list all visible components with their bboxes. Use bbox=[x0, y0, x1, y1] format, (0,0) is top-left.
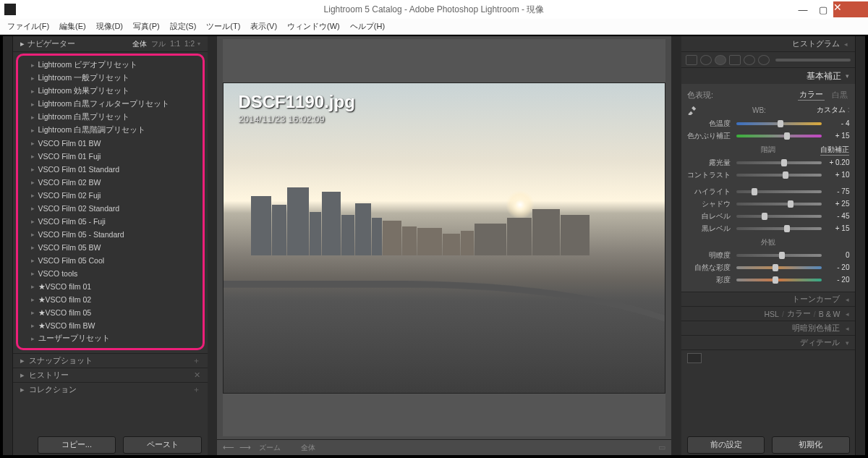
saturation-value[interactable]: - 20 bbox=[825, 276, 849, 284]
preset-item[interactable]: ▸VSCO Film 05 Cool bbox=[20, 254, 201, 267]
blacks-slider[interactable] bbox=[736, 227, 822, 230]
preset-item[interactable]: ▸Lightroom 一般プリセット bbox=[20, 72, 201, 85]
detail-panel[interactable]: ディテール▾ bbox=[681, 335, 856, 349]
shadows-value[interactable]: + 25 bbox=[825, 200, 849, 208]
preset-item[interactable]: ▸VSCO Film 02 BW bbox=[20, 176, 201, 189]
menu-ヘルプ(H)[interactable]: ヘルプ(H) bbox=[346, 20, 389, 33]
soft-proof-icon[interactable]: ▭ bbox=[658, 443, 665, 452]
minimize-button[interactable]: — bbox=[793, 1, 813, 17]
splittone-panel[interactable]: 明暗別色補正◂ bbox=[681, 321, 856, 335]
close-button[interactable]: ✕ bbox=[833, 1, 868, 17]
zoom-label: ズーム bbox=[259, 443, 281, 453]
preset-item[interactable]: ▸Lightroom 効果プリセット bbox=[20, 85, 201, 98]
nav-mode-全体[interactable]: 全体 bbox=[132, 40, 147, 48]
preset-item[interactable]: ▸★VSCO film 02 bbox=[20, 293, 201, 306]
prev-next-arrows[interactable]: ⟵ ⟶ bbox=[223, 443, 252, 452]
wb-value[interactable]: カスタム bbox=[817, 105, 850, 115]
treatment-bw[interactable]: 白黒 bbox=[830, 90, 849, 101]
whites-slider[interactable] bbox=[736, 215, 822, 218]
eyedropper-icon[interactable] bbox=[687, 105, 697, 115]
snapshot-panel[interactable]: ▸スナップショット＋ bbox=[13, 353, 208, 368]
clarity-slider[interactable] bbox=[736, 254, 822, 257]
preview-area: DSCF1190.jpg 2014/11/23 16:02:09 ⟵ ⟶ ズーム… bbox=[217, 36, 671, 455]
vibrance-slider[interactable] bbox=[736, 266, 822, 269]
temp-value[interactable]: - 4 bbox=[825, 119, 849, 127]
shadows-slider[interactable] bbox=[736, 203, 822, 205]
histogram-header[interactable]: ヒストグラム◂ bbox=[681, 36, 856, 52]
preset-item[interactable]: ▸★VSCO film BW bbox=[20, 319, 201, 332]
exposure-slider[interactable] bbox=[736, 161, 822, 164]
previous-settings-button[interactable]: 前の設定 bbox=[687, 436, 765, 454]
grad-tool-icon[interactable] bbox=[729, 55, 741, 65]
menu-ウィンドウ(W)[interactable]: ウィンドウ(W) bbox=[283, 20, 344, 33]
photo-preview[interactable]: DSCF1190.jpg 2014/11/23 16:02:09 bbox=[223, 82, 665, 394]
navigator-header[interactable]: ▸ ナビゲーター 全体フル1:11:2 ▾ bbox=[13, 36, 208, 52]
maximize-button[interactable]: ▢ bbox=[813, 1, 833, 17]
temp-slider[interactable] bbox=[736, 122, 822, 125]
preset-item[interactable]: ▸VSCO Film 02 Fuji bbox=[20, 189, 201, 202]
menu-設定(S)[interactable]: 設定(S) bbox=[166, 20, 201, 33]
spot-tool-icon[interactable] bbox=[700, 55, 712, 65]
whites-value[interactable]: - 45 bbox=[825, 212, 849, 220]
vibrance-value[interactable]: - 20 bbox=[825, 263, 849, 271]
tint-slider[interactable] bbox=[736, 135, 822, 137]
nav-mode-1:1[interactable]: 1:1 bbox=[170, 40, 180, 48]
brush-tool-icon[interactable] bbox=[758, 55, 770, 65]
preset-item[interactable]: ▸Lightroom 白黒フィルタープリセット bbox=[20, 98, 201, 111]
nav-mode-1:2[interactable]: 1:2 bbox=[184, 40, 195, 48]
menu-現像(D)[interactable]: 現像(D) bbox=[92, 20, 127, 33]
crop-tool-icon[interactable] bbox=[686, 55, 697, 65]
reset-button[interactable]: 初期化 bbox=[772, 436, 849, 454]
paste-button[interactable]: ペースト bbox=[123, 436, 202, 454]
preset-item[interactable]: ▸VSCO tools bbox=[20, 267, 201, 280]
blacks-value[interactable]: + 15 bbox=[825, 224, 849, 232]
menu-ファイル(F)[interactable]: ファイル(F) bbox=[3, 20, 54, 33]
right-panel-rail[interactable] bbox=[855, 36, 865, 455]
window-titlebar: Lightroom 5 Catalog - Adobe Photoshop Li… bbox=[0, 0, 868, 19]
left-splitter[interactable] bbox=[208, 36, 217, 455]
basic-panel-header[interactable]: 基本補正▾ bbox=[681, 68, 856, 84]
redeye-tool-icon[interactable] bbox=[715, 55, 726, 65]
treatment-color[interactable]: カラー bbox=[798, 89, 825, 101]
left-panel-rail[interactable] bbox=[3, 36, 13, 455]
preset-item[interactable]: ▸VSCO Film 01 BW bbox=[20, 137, 201, 150]
preset-item[interactable]: ▸Lightroom 白黒階調プリセット bbox=[20, 124, 201, 137]
preset-item[interactable]: ▸VSCO Film 05 BW bbox=[20, 241, 201, 254]
preset-item[interactable]: ▸VSCO Film 05 - Standard bbox=[20, 228, 201, 241]
navigator-label: ナビゲーター bbox=[27, 38, 75, 49]
history-panel[interactable]: ▸ヒストリー✕ bbox=[13, 368, 208, 382]
saturation-slider[interactable] bbox=[736, 279, 822, 281]
preset-item[interactable]: ▸Lightroom ビデオプリセット bbox=[20, 59, 201, 72]
contrast-slider[interactable] bbox=[736, 174, 822, 177]
menu-写真(P)[interactable]: 写真(P) bbox=[129, 20, 164, 33]
detail-thumb-icon[interactable] bbox=[687, 353, 702, 363]
auto-tone-button[interactable]: 自動補正 bbox=[820, 145, 849, 156]
radial-tool-icon[interactable] bbox=[744, 55, 755, 65]
highlights-value[interactable]: - 75 bbox=[825, 187, 849, 195]
copy-button[interactable]: コピー... bbox=[38, 436, 116, 454]
preset-item[interactable]: ▸VSCO Film 02 Standard bbox=[20, 202, 201, 215]
tool-slider[interactable] bbox=[775, 59, 851, 62]
chevron-down-icon[interactable]: ▾ bbox=[197, 41, 200, 47]
collection-panel[interactable]: ▸コレクション＋ bbox=[13, 382, 208, 396]
menu-表示(V)[interactable]: 表示(V) bbox=[246, 20, 281, 33]
hsl-panel[interactable]: HSL/カラー/B & W◂ bbox=[681, 306, 856, 321]
preset-item[interactable]: ▸★VSCO film 01 bbox=[20, 280, 201, 293]
preset-item[interactable]: ▸★VSCO film 05 bbox=[20, 306, 201, 319]
zoom-full-label[interactable]: 全体 bbox=[301, 443, 315, 453]
preset-item[interactable]: ▸VSCO Film 01 Standard bbox=[20, 163, 201, 176]
clarity-value[interactable]: 0 bbox=[825, 251, 849, 259]
preset-item[interactable]: ▸VSCO Film 05 - Fuji bbox=[20, 215, 201, 228]
exposure-value[interactable]: + 0.20 bbox=[825, 158, 849, 166]
highlights-slider[interactable] bbox=[736, 190, 822, 193]
right-splitter[interactable] bbox=[671, 36, 681, 455]
tonecurve-panel[interactable]: トーンカーブ◂ bbox=[681, 292, 856, 306]
menu-ツール(T)[interactable]: ツール(T) bbox=[202, 20, 244, 33]
menu-編集(E)[interactable]: 編集(E) bbox=[55, 20, 90, 33]
nav-mode-フル[interactable]: フル bbox=[151, 40, 166, 48]
tint-value[interactable]: + 15 bbox=[825, 132, 849, 140]
preset-item[interactable]: ▸VSCO Film 01 Fuji bbox=[20, 150, 201, 163]
preset-item[interactable]: ▸Lightroom 白黒プリセット bbox=[20, 111, 201, 124]
contrast-value[interactable]: + 10 bbox=[825, 171, 849, 179]
preset-item[interactable]: ▸ユーザープリセット bbox=[20, 332, 201, 345]
